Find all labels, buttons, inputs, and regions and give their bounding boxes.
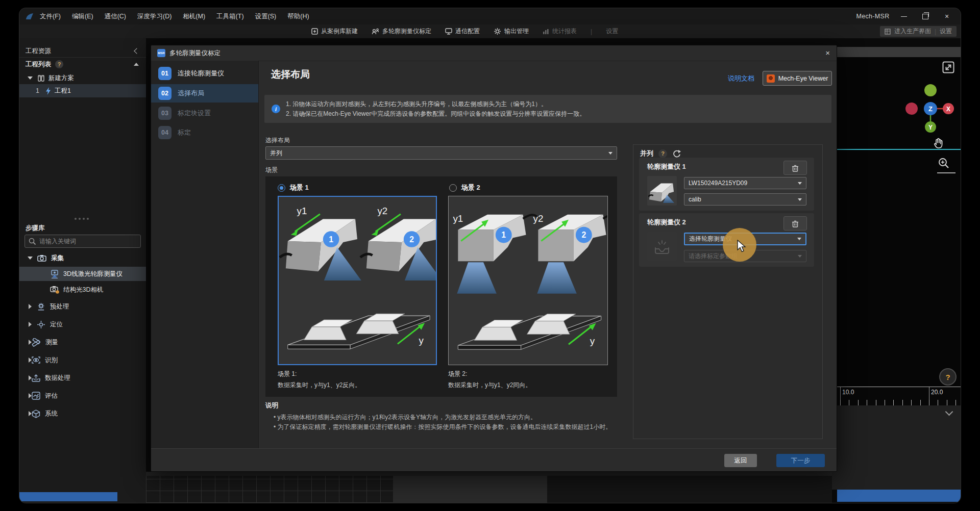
step-calibration-block[interactable]: 03 标定块设置 bbox=[151, 105, 258, 122]
mech-eye-viewer-button[interactable]: Mech-Eye Viewer bbox=[763, 71, 832, 86]
tree-item-solution[interactable]: 新建方案 bbox=[19, 72, 146, 84]
sidebar-item-recognition[interactable]: 识别 bbox=[19, 353, 146, 367]
menu-toolbox[interactable]: 工具箱(T) bbox=[211, 12, 249, 21]
app-window: 文件(F) 编辑(E) 通信(C) 深度学习(D) 相机(M) 工具箱(T) 设… bbox=[19, 8, 961, 503]
menu-deep-learning[interactable]: 深度学习(D) bbox=[132, 12, 177, 21]
multi-profiler-calibration-button[interactable]: 多轮廓测量仪标定 bbox=[372, 27, 431, 36]
sidebar-item-locating[interactable]: 定位 bbox=[19, 317, 146, 331]
svg-text:2: 2 bbox=[581, 231, 586, 240]
toolbar-settings-button[interactable]: 设置 bbox=[606, 27, 618, 36]
expand-icon[interactable] bbox=[29, 304, 32, 309]
layout-select[interactable]: 并列 bbox=[265, 146, 617, 160]
toolbar-divider: | bbox=[591, 28, 592, 35]
sidebar-item-laser-profiler[interactable]: 3D线激光轮廓测量仪 bbox=[19, 267, 146, 281]
sidebar-item-preprocessing[interactable]: 预处理 bbox=[19, 299, 146, 314]
profiler1-param-select[interactable]: calib bbox=[684, 193, 806, 206]
scene1-diagram[interactable]: 1 y1 2 bbox=[278, 196, 437, 365]
fullscreen-button[interactable] bbox=[942, 61, 954, 73]
tool-underline bbox=[937, 172, 955, 173]
expand-icon[interactable] bbox=[29, 322, 32, 327]
back-button[interactable]: 返回 bbox=[724, 454, 757, 467]
scene2-radio[interactable] bbox=[449, 184, 457, 192]
statistics-report-button[interactable]: 统计报表 bbox=[543, 27, 577, 36]
menu-help[interactable]: 帮助(H) bbox=[282, 12, 314, 21]
dialog-close-button[interactable]: × bbox=[825, 48, 830, 57]
close-button[interactable]: × bbox=[936, 8, 958, 24]
scene2-radio-row[interactable]: 场景 2 bbox=[449, 183, 480, 192]
sidebar-item-measurement[interactable]: 测量 bbox=[19, 335, 146, 349]
profiler2-thumbnail-empty bbox=[647, 232, 677, 261]
group-capture[interactable]: 采集 bbox=[19, 251, 146, 265]
splitter-handle[interactable] bbox=[75, 218, 77, 220]
scene2-caption: 数据采集时，y与y1、y2同向。 bbox=[448, 381, 531, 390]
locating-label: 定位 bbox=[50, 320, 63, 329]
pan-tool-button[interactable] bbox=[933, 137, 944, 151]
measurement-grid bbox=[146, 476, 393, 503]
maximize-button[interactable] bbox=[915, 8, 936, 24]
toolbar-center: 从案例库新建 多轮廓测量仪标定 通信配置 输出管理 统计报表 | 设置 bbox=[311, 24, 618, 38]
project-resources-header: 工程资源 bbox=[19, 45, 146, 58]
scene1-radio-row[interactable]: 场景 1 bbox=[278, 183, 309, 192]
viewport-help-button[interactable]: ? bbox=[939, 368, 957, 386]
profiler2-delete-button[interactable] bbox=[783, 216, 807, 231]
statistics-report-icon bbox=[543, 29, 549, 35]
window-controls: × bbox=[893, 8, 958, 24]
scene1-caption-title: 场景 1: bbox=[278, 370, 297, 378]
tree-item-project[interactable]: 1 工程1 bbox=[19, 84, 146, 97]
collapse-list-icon[interactable] bbox=[134, 63, 139, 66]
ruler-tick-label: 10.0 bbox=[842, 389, 854, 396]
recognition-label: 识别 bbox=[45, 356, 58, 365]
dialog-title-bar: MSR 多轮廓测量仪标定 × bbox=[151, 45, 837, 61]
axis-x-label: X bbox=[946, 106, 950, 113]
scene1-radio[interactable] bbox=[278, 184, 285, 192]
menu-communication[interactable]: 通信(C) bbox=[100, 12, 131, 21]
sidebar-item-system[interactable]: 系统 bbox=[19, 406, 146, 421]
refresh-icon[interactable] bbox=[672, 149, 681, 158]
system-label: 系统 bbox=[45, 410, 58, 418]
project-list-help-icon[interactable]: ? bbox=[55, 60, 63, 68]
sidebar-item-evaluation[interactable]: 评估 bbox=[19, 389, 146, 403]
menu-edit[interactable]: 编辑(E) bbox=[67, 12, 99, 21]
profiler1-serial: LW150249A215YD09 bbox=[689, 180, 798, 187]
evaluate-icon bbox=[32, 392, 40, 400]
step-calibrate[interactable]: 04 标定 bbox=[151, 124, 258, 141]
production-settings-label[interactable]: 设置 bbox=[940, 27, 952, 36]
evaluation-label: 评估 bbox=[45, 392, 58, 400]
axis-gizmo[interactable]: X Y Z bbox=[902, 80, 959, 137]
output-management-button[interactable]: 输出管理 bbox=[494, 27, 529, 36]
profiler1-delete-button[interactable] bbox=[783, 161, 807, 175]
profiler-card-1: 轮廓测量仪 1 LW150249A215YD09 bbox=[639, 158, 814, 211]
step-label: 选择布局 bbox=[178, 84, 204, 103]
menu-settings[interactable]: 设置(S) bbox=[250, 12, 282, 21]
multi-profiler-calibration-icon bbox=[372, 28, 379, 35]
zoom-tool-button[interactable] bbox=[938, 157, 950, 171]
layout-select-value: 并列 bbox=[270, 149, 608, 158]
profiler1-device-select[interactable]: LW150249A215YD09 bbox=[684, 177, 806, 189]
system-icon bbox=[32, 410, 40, 418]
new-from-case-button[interactable]: 从案例库新建 bbox=[311, 27, 358, 36]
step-number: 02 bbox=[158, 87, 172, 100]
collapse-panel-button[interactable] bbox=[946, 409, 952, 415]
sidebar-item-data-processing[interactable]: 数据处理 bbox=[19, 371, 146, 385]
axis-z-label: Z bbox=[928, 105, 933, 113]
chevron-down-icon bbox=[945, 408, 953, 416]
enter-production-button[interactable]: 进入生产界面 | 设置 bbox=[880, 26, 957, 37]
next-button[interactable]: 下一步 bbox=[776, 454, 825, 467]
menu-camera[interactable]: 相机(M) bbox=[178, 12, 210, 21]
sidebar-item-structured-light-camera[interactable]: 结构光3D相机 bbox=[19, 283, 146, 296]
capture-expand-icon[interactable] bbox=[28, 257, 33, 260]
chevron-down-icon bbox=[798, 255, 802, 258]
step-connect-profilers[interactable]: 01 连接轮廓测量仪 bbox=[151, 65, 258, 82]
doc-link[interactable]: 说明文档 bbox=[728, 74, 754, 83]
step-select-layout[interactable]: 02 选择布局 bbox=[151, 84, 258, 103]
communication-config-button[interactable]: 通信配置 bbox=[445, 27, 480, 36]
step-label: 标定 bbox=[178, 124, 191, 141]
menu-file[interactable]: 文件(F) bbox=[35, 12, 66, 21]
group-help-icon[interactable]: ? bbox=[658, 149, 667, 158]
step-library-header: 步骤库 bbox=[19, 223, 146, 233]
search-input[interactable] bbox=[24, 235, 141, 248]
collapse-panel-icon[interactable] bbox=[134, 48, 139, 54]
scene2-diagram[interactable]: 1 y1 2 bbox=[448, 196, 608, 365]
tree-expand-icon[interactable] bbox=[28, 76, 33, 80]
minimize-button[interactable] bbox=[893, 8, 915, 24]
